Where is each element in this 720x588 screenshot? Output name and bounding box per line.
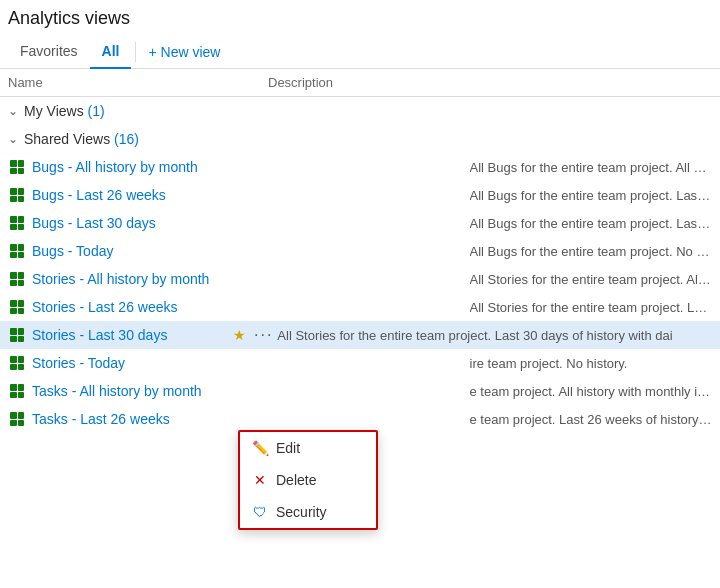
view-desc: All Stories for the entire team project.… <box>470 300 713 315</box>
tab-all[interactable]: All <box>90 35 132 69</box>
view-name[interactable]: Bugs - All history by month <box>32 159 227 175</box>
list-item[interactable]: Tasks - All history by monthe team proje… <box>0 377 720 405</box>
section-my-views-count: (1) <box>88 103 105 119</box>
section-my-views-label: My Views <box>24 103 84 119</box>
view-desc: All Stories for the entire team project.… <box>470 272 713 287</box>
list-item[interactable]: Stories - All history by monthAll Storie… <box>0 265 720 293</box>
view-name[interactable]: Bugs - Last 30 days <box>32 215 227 231</box>
section-shared-views-label: Shared Views <box>24 131 110 147</box>
more-button[interactable]: ··· <box>250 327 277 343</box>
grid-icon <box>8 382 26 400</box>
list-item[interactable]: Bugs - All history by monthAll Bugs for … <box>0 153 720 181</box>
grid-icon <box>8 326 26 344</box>
list-item[interactable]: Stories - Last 30 days★···All Stories fo… <box>0 321 720 349</box>
view-desc: All Bugs for the entire team project. La… <box>470 216 713 231</box>
menu-item-edit-label: Edit <box>276 440 300 456</box>
col-name-header: Name <box>8 75 268 90</box>
view-name[interactable]: Stories - Last 30 days <box>32 327 227 343</box>
view-desc: All Bugs for the entire team project. No… <box>470 244 713 259</box>
list-item[interactable]: Bugs - Last 30 daysAll Bugs for the enti… <box>0 209 720 237</box>
menu-item-security-label: Security <box>276 504 327 520</box>
grid-icon <box>8 410 26 428</box>
grid-icon <box>8 354 26 372</box>
view-desc: e team project. All history with monthly… <box>470 384 713 399</box>
view-name[interactable]: Stories - All history by month <box>32 271 227 287</box>
list-item[interactable]: Stories - Todayire team project. No hist… <box>0 349 720 377</box>
view-name[interactable]: Bugs - Last 26 weeks <box>32 187 227 203</box>
chevron-icon: ⌄ <box>8 104 18 118</box>
tab-favorites[interactable]: Favorites <box>8 35 90 69</box>
view-desc: e team project. Last 26 weeks of history… <box>470 412 713 427</box>
grid-icon <box>8 214 26 232</box>
grid-icon <box>8 186 26 204</box>
grid-icon <box>8 298 26 316</box>
star-icon: ★ <box>233 327 246 343</box>
chevron-icon-shared: ⌄ <box>8 132 18 146</box>
grid-icon <box>8 158 26 176</box>
menu-item-edit[interactable]: ✏️ Edit <box>240 432 376 464</box>
views-list: ⌄ My Views (1) ⌄ Shared Views (16) Bugs … <box>0 97 720 433</box>
security-icon: 🛡 <box>252 504 268 520</box>
view-desc: ire team project. No history. <box>470 356 713 371</box>
table-header: Name Description <box>0 69 720 97</box>
view-name[interactable]: Stories - Today <box>32 355 227 371</box>
context-menu: ✏️ Edit ✕ Delete 🛡 Security <box>238 430 378 530</box>
section-shared-views-count: (16) <box>114 131 139 147</box>
list-item[interactable]: Bugs - Last 26 weeksAll Bugs for the ent… <box>0 181 720 209</box>
section-shared-views[interactable]: ⌄ Shared Views (16) <box>0 125 720 153</box>
menu-item-delete[interactable]: ✕ Delete <box>240 464 376 496</box>
grid-icon <box>8 270 26 288</box>
col-desc-header: Description <box>268 75 712 90</box>
grid-icon <box>8 242 26 260</box>
view-desc: All Bugs for the entire team project. La… <box>470 188 713 203</box>
page-title: Analytics views <box>0 0 720 35</box>
tabs-bar: Favorites All + New view <box>0 35 720 69</box>
menu-item-security[interactable]: 🛡 Security <box>240 496 376 528</box>
new-view-button[interactable]: + New view <box>140 36 228 68</box>
delete-icon: ✕ <box>252 472 268 488</box>
tab-divider <box>135 42 136 62</box>
view-desc: All Stories for the entire team project.… <box>277 328 712 343</box>
view-name[interactable]: Bugs - Today <box>32 243 227 259</box>
section-my-views[interactable]: ⌄ My Views (1) <box>0 97 720 125</box>
view-name[interactable]: Stories - Last 26 weeks <box>32 299 227 315</box>
view-name[interactable]: Tasks - Last 26 weeks <box>32 411 227 427</box>
view-name[interactable]: Tasks - All history by month <box>32 383 227 399</box>
list-item[interactable]: Stories - Last 26 weeksAll Stories for t… <box>0 293 720 321</box>
list-item[interactable]: Bugs - TodayAll Bugs for the entire team… <box>0 237 720 265</box>
edit-icon: ✏️ <box>252 440 268 456</box>
menu-item-delete-label: Delete <box>276 472 316 488</box>
list-item[interactable]: Tasks - Last 26 weekse team project. Las… <box>0 405 720 433</box>
view-desc: All Bugs for the entire team project. Al… <box>470 160 713 175</box>
